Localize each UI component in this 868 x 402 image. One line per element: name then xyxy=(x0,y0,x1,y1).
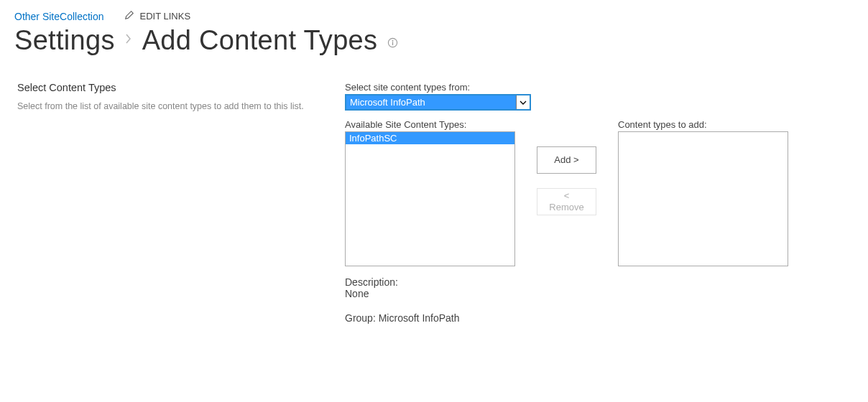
group-value: Microsoft InfoPath xyxy=(379,312,460,324)
chevron-right-icon xyxy=(125,33,132,48)
breadcrumb-settings[interactable]: Settings xyxy=(14,25,115,56)
select-from-label: Select site content types from: xyxy=(345,82,854,93)
section-description: Select from the list of available site c… xyxy=(17,100,305,113)
available-label: Available Site Content Types: xyxy=(345,119,515,130)
edit-links-label: EDIT LINKS xyxy=(140,11,191,22)
page-title: Add Content Types xyxy=(142,25,378,56)
pencil-icon xyxy=(124,10,134,22)
content-types-to-add-list[interactable] xyxy=(618,131,788,266)
content-type-group-select[interactable]: Microsoft InfoPath xyxy=(345,94,531,111)
info-icon[interactable] xyxy=(387,32,398,50)
svg-rect-2 xyxy=(392,42,393,45)
svg-point-1 xyxy=(392,39,394,41)
add-button[interactable]: Add > xyxy=(537,146,596,174)
list-item[interactable]: InfoPathSC xyxy=(346,132,514,144)
group-label: Group: xyxy=(345,312,379,324)
chevron-down-icon xyxy=(516,95,530,109)
remove-button-arrow: < xyxy=(564,190,570,201)
available-content-types-list[interactable]: InfoPathSC xyxy=(345,131,515,266)
select-value: Microsoft InfoPath xyxy=(346,95,516,109)
remove-button-label: Remove xyxy=(549,202,583,212)
edit-links-button[interactable]: EDIT LINKS xyxy=(124,10,191,22)
site-collection-link[interactable]: Other SiteCollection xyxy=(14,11,104,22)
description-value: None xyxy=(345,288,515,299)
toadd-label: Content types to add: xyxy=(618,119,788,130)
description-label: Description: xyxy=(345,276,515,288)
section-title: Select Content Types xyxy=(17,82,331,93)
remove-button: < Remove xyxy=(537,188,596,215)
breadcrumb: Settings Add Content Types xyxy=(14,25,854,56)
